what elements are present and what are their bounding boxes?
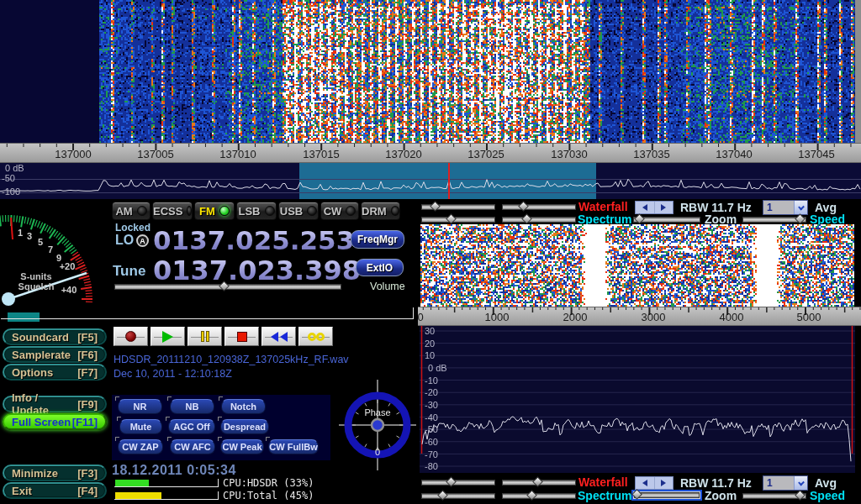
mode-usb-button[interactable]: USB [278, 202, 319, 220]
soundcard-button[interactable]: Soundcard [F5] [3, 328, 107, 345]
rbw-spinner-2[interactable] [635, 476, 673, 490]
mute-button[interactable]: Mute [119, 419, 162, 434]
phase-dial[interactable]: Phase 0 [337, 377, 418, 473]
rbw-spinner[interactable] [635, 201, 673, 214]
zoom-slider-2-focused[interactable] [631, 490, 702, 501]
full-screen-button[interactable]: Full Screen [F11] [3, 413, 107, 430]
slider-thumb[interactable] [518, 201, 529, 212]
cpu-hdsdr-label: CPU:HDSDR (33%) [223, 477, 314, 489]
agc-off-button[interactable]: AGC Off [168, 419, 215, 434]
speed-slider-2[interactable] [742, 493, 806, 499]
af-spectrum-display[interactable]: 30 20 10 0 dB -10 -20 -30 -40 -50 -60 -7… [420, 326, 855, 473]
pause-button[interactable] [188, 327, 222, 346]
nb-button[interactable]: NB [170, 399, 214, 414]
hdsdr-window: 137000 137005 137010 137015 137020 13702… [0, 0, 861, 504]
af-waterfall-display[interactable] [420, 224, 854, 307]
slider-thumb[interactable] [795, 213, 806, 224]
play-button[interactable] [151, 327, 185, 346]
volume-slider[interactable] [114, 284, 341, 290]
lo-lock-badge[interactable]: A [136, 234, 149, 247]
notch-button[interactable]: Notch [221, 399, 266, 414]
af-db-label: -20 [425, 387, 438, 397]
samplerate-button[interactable]: Samplerate [F6] [3, 346, 107, 363]
rbw-increase-button[interactable] [655, 202, 673, 213]
avg-dropdown-2[interactable]: 1 [763, 475, 808, 491]
slider-thumb[interactable] [634, 213, 645, 224]
cw-peak-button[interactable]: CW Peak [220, 439, 264, 454]
rbw-decrease-button[interactable] [636, 202, 655, 213]
cw-fullbw-button[interactable]: CW FullBw [268, 439, 319, 454]
slider-thumb[interactable] [527, 490, 538, 501]
avg-dropdown-value: 1 [763, 476, 794, 490]
waterfall-contrast-slider[interactable] [502, 204, 576, 210]
spectrum-lower-slider[interactable] [502, 217, 576, 223]
rewind-button[interactable] [261, 327, 296, 346]
cw-afc-button[interactable]: CW AFC [170, 439, 215, 454]
freq-tick-label: 137035 [622, 148, 681, 160]
waterfall-contrast-slider-2[interactable] [502, 480, 576, 486]
slider-thumb[interactable] [795, 490, 806, 501]
mode-drm-button[interactable]: DRM [361, 202, 400, 220]
slider-thumb[interactable] [446, 213, 457, 224]
speed-slider[interactable] [742, 217, 806, 223]
rbw-decrease-button[interactable] [636, 477, 655, 489]
spectrum-lower-slider-2[interactable] [502, 493, 576, 499]
slider-thumb[interactable] [522, 213, 533, 224]
extio-button[interactable]: ExtIO [356, 259, 404, 276]
record-button[interactable] [114, 327, 148, 346]
tune-frequency-value[interactable]: 0137.023.398 [153, 255, 361, 286]
mode-lsb-button[interactable]: LSB [236, 202, 277, 220]
slider-thumb[interactable] [631, 489, 642, 500]
lo-frequency-value[interactable]: 0137.025.253 [153, 225, 354, 255]
waterfall-brightness-slider[interactable] [421, 204, 495, 210]
slider-thumb[interactable] [437, 490, 448, 501]
dropdown-button[interactable] [794, 201, 807, 214]
freqmgr-button[interactable]: FreqMgr [351, 230, 404, 249]
minimize-button[interactable]: Minimize [F3] [3, 465, 107, 481]
mode-ecss-button[interactable]: ECSS [152, 202, 193, 220]
button-label: Options [12, 366, 53, 379]
mode-label: USB [280, 205, 303, 218]
main-spectrum-display[interactable]: 0 dB -50 -100 [0, 163, 861, 199]
dropdown-button[interactable] [794, 476, 807, 490]
left-arrow-icon [642, 204, 647, 211]
af-db-label: -10 [425, 375, 438, 386]
mode-am-button[interactable]: AM [112, 202, 151, 220]
nr-button[interactable]: NR [118, 399, 162, 414]
options-button[interactable]: Options [F7] [3, 364, 107, 381]
s-meter[interactable]: 1 3 5 7 9 +20 +40 S-units Squelch [0, 199, 109, 327]
af-db-label: 10 [425, 350, 435, 360]
stop-button[interactable] [224, 327, 259, 346]
right-panel: Waterfall RBW 11.7 Hz 1 Avg Spectrum Zoo… [418, 199, 861, 504]
mode-fm-button[interactable]: FM [194, 202, 235, 220]
s-meter-tick-label: 3 [27, 231, 32, 241]
info-update-button[interactable]: Info / Update [F9] [3, 396, 107, 412]
af-frequency-scale[interactable]: 0 1000 2000 3000 4000 5000 [418, 307, 861, 326]
af-tick-label: 4000 [702, 311, 761, 323]
button-fkey: [F7] [77, 366, 98, 379]
rbw-increase-button[interactable] [655, 477, 673, 489]
cpu-hdsdr-bar [114, 479, 219, 487]
despread-button[interactable]: Despread [220, 419, 269, 434]
spectrum-upper-slider[interactable] [421, 217, 495, 223]
s-meter-tick-label: 7 [48, 244, 53, 255]
loop-button[interactable] [298, 327, 333, 346]
avg-dropdown[interactable]: 1 [763, 200, 808, 215]
zoom-slider[interactable] [633, 217, 700, 223]
button-fkey: [F9] [77, 398, 98, 411]
tune-marker-line[interactable] [448, 163, 450, 199]
cw-zap-button[interactable]: CW ZAP [118, 439, 163, 454]
lsb-led-icon [265, 206, 275, 216]
exit-button[interactable]: Exit [F4] [3, 482, 107, 499]
spectrum-upper-slider-2[interactable] [421, 493, 495, 499]
phase-label: Phase [364, 407, 390, 417]
af-db-label: -60 [425, 437, 438, 447]
slider-thumb[interactable] [532, 476, 543, 487]
main-frequency-scale[interactable]: 137000 137005 137010 137015 137020 13702… [0, 143, 861, 163]
squelch-level-bar[interactable] [8, 312, 40, 322]
main-waterfall-display[interactable] [0, 0, 861, 143]
mode-cw-button[interactable]: CW [320, 202, 359, 220]
waterfall-brightness-slider-2[interactable] [421, 480, 495, 486]
slider-thumb[interactable] [446, 476, 457, 487]
slider-thumb[interactable] [430, 201, 441, 212]
